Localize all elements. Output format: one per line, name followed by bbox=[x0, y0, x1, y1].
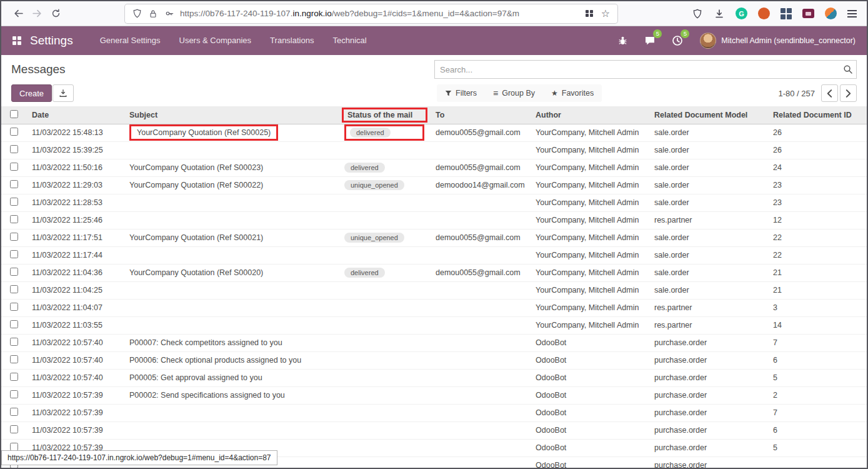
cell-status[interactable] bbox=[339, 404, 430, 421]
apps-menu-icon[interactable] bbox=[12, 36, 21, 45]
cell-to[interactable] bbox=[430, 316, 530, 334]
cell-doc_id[interactable]: 22 bbox=[767, 246, 867, 264]
cell-to[interactable] bbox=[430, 456, 530, 469]
search-input[interactable] bbox=[434, 60, 857, 79]
cell-to[interactable] bbox=[430, 141, 530, 159]
cell-author[interactable]: YourCompany, Mitchell Admin bbox=[530, 316, 649, 334]
cell-status[interactable] bbox=[339, 439, 430, 456]
cell-model[interactable]: purchase.order bbox=[649, 386, 767, 404]
cell-status[interactable] bbox=[339, 211, 430, 229]
extensions-grid-icon[interactable] bbox=[781, 8, 792, 19]
cell-doc_id[interactable]: 7 bbox=[767, 404, 867, 421]
cell-doc_id[interactable]: 3 bbox=[767, 299, 867, 316]
debug-bug-icon[interactable] bbox=[609, 36, 636, 46]
cell-status[interactable] bbox=[339, 141, 430, 159]
table-row[interactable]: 11/03/2022 11:50:16YourCompany Quotation… bbox=[1, 159, 867, 176]
cell-model[interactable]: sale.order bbox=[649, 124, 767, 141]
cell-doc_id[interactable]: 26 bbox=[767, 141, 867, 159]
cell-author[interactable]: YourCompany, Mitchell Admin bbox=[530, 211, 649, 229]
create-button[interactable]: Create bbox=[11, 84, 52, 102]
cell-doc_id[interactable]: 7 bbox=[767, 334, 867, 351]
cell-subject[interactable]: YourCompany Quotation (Ref S00022) bbox=[124, 176, 339, 194]
cell-author[interactable]: YourCompany, Mitchell Admin bbox=[530, 246, 649, 264]
tracking-protection-shield-icon[interactable] bbox=[131, 8, 142, 19]
cell-status[interactable]: unique_opened bbox=[339, 229, 430, 246]
cell-model[interactable]: purchase.order bbox=[649, 334, 767, 351]
cell-date[interactable]: 11/03/2022 11:04:07 bbox=[26, 299, 124, 316]
row-checkbox[interactable] bbox=[10, 163, 18, 171]
menu-general-settings[interactable]: General Settings bbox=[91, 26, 170, 55]
cell-status[interactable]: delivered bbox=[339, 159, 430, 176]
cell-subject[interactable] bbox=[124, 246, 339, 264]
cell-to[interactable]: demou0055@gmail.com bbox=[430, 124, 530, 141]
table-row[interactable]: 11/03/2022 11:04:36YourCompany Quotation… bbox=[1, 264, 867, 281]
cell-author[interactable]: OdooBot bbox=[530, 351, 649, 369]
cell-model[interactable]: purchase.order bbox=[649, 421, 767, 439]
column-header-author[interactable]: Author bbox=[530, 106, 649, 124]
cell-doc_id[interactable]: 6 bbox=[767, 351, 867, 369]
cell-to[interactable] bbox=[430, 421, 530, 439]
cell-status[interactable] bbox=[339, 334, 430, 351]
row-checkbox[interactable] bbox=[10, 285, 18, 293]
cell-to[interactable] bbox=[430, 194, 530, 211]
column-header-to[interactable]: To bbox=[430, 106, 530, 124]
cell-model[interactable]: res.partner bbox=[649, 316, 767, 334]
table-row[interactable]: 11/03/2022 11:17:51YourCompany Quotation… bbox=[1, 229, 867, 246]
cell-doc_id[interactable]: 2 bbox=[767, 386, 867, 404]
menu-hamburger-icon[interactable] bbox=[847, 10, 857, 18]
cell-author[interactable]: YourCompany, Mitchell Admin bbox=[530, 299, 649, 316]
cell-subject[interactable] bbox=[124, 211, 339, 229]
cell-author[interactable]: YourCompany, Mitchell Admin bbox=[530, 159, 649, 176]
column-header-model[interactable]: Related Document Model bbox=[649, 106, 767, 124]
table-row[interactable]: 11/03/2022 15:48:13YourCompany Quotation… bbox=[1, 124, 867, 141]
screenshot-extension-icon[interactable] bbox=[802, 9, 814, 18]
cell-date[interactable]: 11/03/2022 10:57:40 bbox=[26, 334, 124, 351]
table-row[interactable]: 11/03/2022 10:57:40P00006: Check optiona… bbox=[1, 351, 867, 369]
favorites-button[interactable]: ★ Favorites bbox=[543, 84, 602, 102]
cell-date[interactable]: 11/03/2022 11:17:51 bbox=[26, 229, 124, 246]
cell-status[interactable] bbox=[339, 386, 430, 404]
cell-author[interactable]: OdooBot bbox=[530, 386, 649, 404]
cell-model[interactable]: sale.order bbox=[649, 176, 767, 194]
cell-to[interactable] bbox=[430, 281, 530, 299]
cell-doc_id[interactable]: 5 bbox=[767, 369, 867, 386]
cell-date[interactable]: 11/03/2022 11:04:36 bbox=[26, 264, 124, 281]
cell-status[interactable] bbox=[339, 351, 430, 369]
cell-date[interactable]: 11/03/2022 11:50:16 bbox=[26, 159, 124, 176]
select-all-checkbox[interactable] bbox=[10, 110, 18, 118]
cell-date[interactable]: 11/03/2022 10:57:39 bbox=[26, 404, 124, 421]
column-header-doc_id[interactable]: Related Document ID bbox=[767, 106, 867, 124]
row-checkbox[interactable] bbox=[10, 250, 18, 258]
cell-doc_id[interactable]: 12 bbox=[767, 211, 867, 229]
cell-model[interactable]: purchase.order bbox=[649, 369, 767, 386]
table-row[interactable]: 11/03/2022 11:04:07YourCompany, Mitchell… bbox=[1, 299, 867, 316]
cell-status[interactable] bbox=[339, 246, 430, 264]
cell-model[interactable]: sale.order bbox=[649, 159, 767, 176]
table-row[interactable]: 11/03/2022 10:57:40P00005: Get approval … bbox=[1, 369, 867, 386]
cell-doc_id[interactable]: 21 bbox=[767, 281, 867, 299]
column-header-date[interactable]: Date bbox=[26, 106, 124, 124]
cell-status[interactable] bbox=[339, 456, 430, 469]
table-row[interactable]: 11/03/2022 11:29:03YourCompany Quotation… bbox=[1, 176, 867, 194]
row-checkbox[interactable] bbox=[10, 268, 18, 276]
column-header-status[interactable]: Status of the mail bbox=[339, 106, 430, 124]
cell-date[interactable]: 11/03/2022 11:25:46 bbox=[26, 211, 124, 229]
cell-doc_id[interactable]: 24 bbox=[767, 159, 867, 176]
cell-model[interactable]: res.partner bbox=[649, 299, 767, 316]
cell-subject[interactable] bbox=[124, 194, 339, 211]
menu-users-companies[interactable]: Users & Companies bbox=[170, 26, 261, 55]
cell-subject[interactable]: P00005: Get approval assigned to you bbox=[124, 369, 339, 386]
table-row[interactable]: 11/03/2022 11:25:46YourCompany, Mitchell… bbox=[1, 211, 867, 229]
cell-model[interactable]: purchase.order bbox=[649, 351, 767, 369]
cell-to[interactable] bbox=[430, 334, 530, 351]
cell-author[interactable]: OdooBot bbox=[530, 334, 649, 351]
group-by-button[interactable]: ≡ Group By bbox=[485, 84, 543, 102]
cell-author[interactable]: YourCompany, Mitchell Admin bbox=[530, 176, 649, 194]
cell-date[interactable]: 11/03/2022 11:29:03 bbox=[26, 176, 124, 194]
cell-author[interactable]: YourCompany, Mitchell Admin bbox=[530, 281, 649, 299]
cell-doc_id[interactable]: 21 bbox=[767, 264, 867, 281]
cell-status[interactable]: delivered bbox=[339, 124, 430, 141]
filters-button[interactable]: Filters bbox=[437, 84, 485, 102]
cell-model[interactable]: sale.order bbox=[649, 141, 767, 159]
cell-date[interactable]: 11/03/2022 15:48:13 bbox=[26, 124, 124, 141]
